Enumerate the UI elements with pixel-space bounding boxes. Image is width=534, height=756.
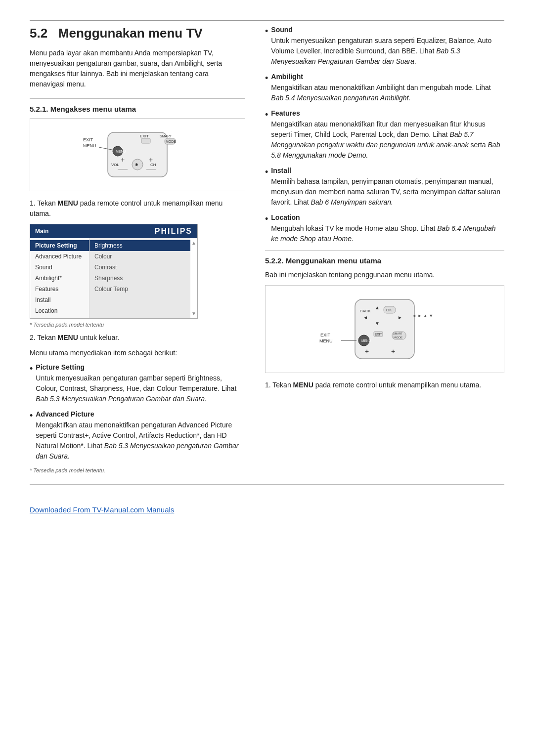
bullet-body-install: Memilih bahasa tampilan, penyimpanan oto… (271, 176, 504, 208)
menu-item-picture[interactable]: Picture Setting (30, 240, 89, 251)
menu-right-col: Brightness Colour Contrast Sharpness Col… (89, 238, 190, 318)
svg-text:◄: ◄ (363, 315, 368, 320)
bullet-title-advanced: Advanced Picture (36, 410, 245, 418)
svg-text:CH: CH (150, 163, 156, 167)
bullet-content-6: Install Memilih bahasa tampilan, penyimp… (271, 167, 504, 208)
remote-diagram-1: EXIT MENU MENU EXIT SMART MODE (30, 118, 245, 191)
bullet-picture-setting: • Picture Setting Untuk menyesuaikan pen… (30, 363, 245, 404)
bullet-dot-3: • (265, 27, 268, 67)
menu-note: * Tersedia pada model tertentu (30, 322, 245, 328)
remote-svg-1: EXIT MENU MENU EXIT SMART MODE (68, 127, 207, 182)
svg-text:EXIT: EXIT (140, 134, 149, 138)
step2-text: 2. Tekan MENU untuk keluar. (30, 333, 245, 343)
bottom-divider (30, 484, 504, 485)
bullet-dot-2: • (30, 411, 33, 462)
svg-text:MODE: MODE (166, 140, 176, 143)
bullet-dot-6: • (265, 168, 268, 208)
svg-text:+: + (365, 347, 369, 355)
bullet-title-location: Location (271, 213, 504, 221)
top-rule (30, 20, 504, 21)
svg-text:◄ ► ▲ ▼: ◄ ► ▲ ▼ (412, 313, 433, 318)
bullet-body-sound: Untuk menyesuaikan pengaturan suara sepe… (271, 36, 504, 67)
svg-text:SMART: SMART (393, 332, 403, 335)
footer-link[interactable]: Downloaded From TV-Manual.com Manuals (30, 505, 504, 514)
divider-1 (30, 98, 245, 99)
bullet-dot-7: • (265, 214, 268, 244)
menu-item-install[interactable]: Install (30, 294, 89, 305)
bullet-title-sound: Sound (271, 26, 504, 34)
right-column: • Sound Untuk menyesuaikan pengaturan su… (265, 26, 504, 478)
menu-item-ambilight[interactable]: Ambilight* (30, 273, 89, 284)
svg-text:►: ► (398, 315, 402, 320)
bullet-ambilight: • Ambilight Mengaktifkan atau menonaktif… (265, 73, 504, 103)
menu-item-location[interactable]: Location (30, 305, 89, 316)
bullet-content-5: Features Mengaktifkan atau menonaktifkan… (271, 109, 504, 161)
svg-text:VOL: VOL (111, 163, 120, 167)
bullet-body-picture: Untuk menyesuaikan pengaturan gambar sep… (36, 373, 245, 404)
menu-sub-colour[interactable]: Colour (89, 251, 190, 262)
menu-item-features[interactable]: Features (30, 284, 89, 294)
bullet-body-location: Mengubah lokasi TV ke mode Home atau Sho… (271, 223, 504, 244)
bullet-title-install: Install (271, 167, 504, 174)
left-column: 5.2 Menggunakan menu TV Menu pada layar … (30, 26, 245, 478)
footnote-left: * Tersedia pada model tertentu. (30, 467, 245, 473)
bullet-advanced-picture: • Advanced Picture Mengaktifkan atau men… (30, 410, 245, 462)
menu-left-col: Picture Setting Advanced Picture Sound A… (30, 238, 89, 318)
bullet-body-features: Mengaktifkan atau menonaktifkan fitur da… (271, 119, 504, 161)
remote-diagram-2: BACK ▲ OK ◄ ► ◄ ► ▲ ▼ ▼ EXIT MEN (265, 285, 504, 373)
svg-text:MENU: MENU (116, 150, 126, 153)
svg-text:MENU: MENU (83, 143, 96, 148)
menu-header: Main PHILIPS (30, 224, 197, 238)
svg-text:BACK: BACK (360, 309, 371, 313)
svg-text:✱: ✱ (135, 163, 138, 167)
section-title: 5.2 Menggunakan menu TV (30, 26, 245, 41)
svg-text:+: + (391, 347, 395, 355)
section-heading: Menggunakan menu TV (58, 26, 203, 41)
bullet-content-3: Sound Untuk menyesuaikan pengaturan suar… (271, 26, 504, 67)
bullet-features: • Features Mengaktifkan atau menonaktifk… (265, 109, 504, 161)
svg-text:MENU: MENU (319, 338, 333, 343)
menu-body: Picture Setting Advanced Picture Sound A… (30, 238, 197, 318)
bullet-title-picture: Picture Setting (36, 363, 245, 371)
menu-sub-brightness[interactable]: Brightness (89, 240, 190, 251)
bullet-dot-1: • (30, 364, 33, 404)
step1-text: 1. Tekan MENU pada remote control untuk … (30, 198, 245, 219)
bullet-dot-4: • (265, 74, 268, 103)
svg-text:OK: OK (386, 308, 392, 312)
bullet-content-1: Picture Setting Untuk menyesuaikan penga… (36, 363, 245, 404)
scroll-indicator: ▲ ▼ (190, 238, 197, 318)
page-container: 5.2 Menggunakan menu TV Menu pada layar … (30, 20, 504, 514)
menu-item-advanced[interactable]: Advanced Picture (30, 251, 89, 262)
menu-sub-sharpness[interactable]: Sharpness (89, 273, 190, 284)
svg-text:SMART: SMART (160, 134, 172, 138)
svg-text:EXIT: EXIT (320, 333, 331, 337)
svg-rect-8 (141, 138, 150, 143)
svg-text:▲: ▲ (375, 305, 380, 310)
menu-sub-contrast[interactable]: Contrast (89, 262, 190, 273)
svg-text:MODE: MODE (394, 336, 402, 339)
bullet-content-4: Ambilight Mengaktifkan atau menonaktifka… (271, 73, 504, 103)
menu-screenshot: Main PHILIPS Picture Setting Advanced Pi… (30, 224, 198, 319)
menu-item-sound[interactable]: Sound (30, 262, 89, 273)
bullet-title-features: Features (271, 109, 504, 117)
svg-text:+: + (121, 156, 125, 164)
sub521-title: 5.2.1. Mengakses menu utama (30, 105, 245, 113)
philips-logo: PHILIPS (155, 227, 192, 236)
step1-522-text: 1. Tekan MENU pada remote control untuk … (265, 380, 504, 390)
menu-sub-colourtemp[interactable]: Colour Temp (89, 284, 190, 294)
bullet-title-ambilight: Ambilight (271, 73, 504, 81)
svg-text:▼: ▼ (375, 321, 380, 326)
intro-text: Menu pada layar akan membantu Anda mempe… (30, 48, 245, 89)
bullet-install: • Install Memilih bahasa tampilan, penyi… (265, 167, 504, 208)
bullet-body-ambilight: Mengaktifkan atau menonaktifkan Ambiligh… (271, 83, 504, 103)
main-two-col: 5.2 Menggunakan menu TV Menu pada layar … (30, 26, 504, 478)
main-menu-intro: Menu utama menyediakan item sebagai beri… (30, 348, 245, 358)
bullet-dot-5: • (265, 110, 268, 161)
section-number: 5.2 (30, 26, 47, 41)
bullet-body-advanced: Mengaktifkan atau menonaktifkan pengatur… (36, 420, 245, 462)
svg-text:EXIT: EXIT (83, 137, 93, 142)
bullet-location: • Location Mengubah lokasi TV ke mode Ho… (265, 213, 504, 244)
sub522-intro: Bab ini menjelaskan tentang penggunaan m… (265, 270, 504, 280)
remote-svg-2: BACK ▲ OK ◄ ► ◄ ► ▲ ▼ ▼ EXIT MEN (311, 294, 459, 364)
divider-right (265, 250, 504, 251)
